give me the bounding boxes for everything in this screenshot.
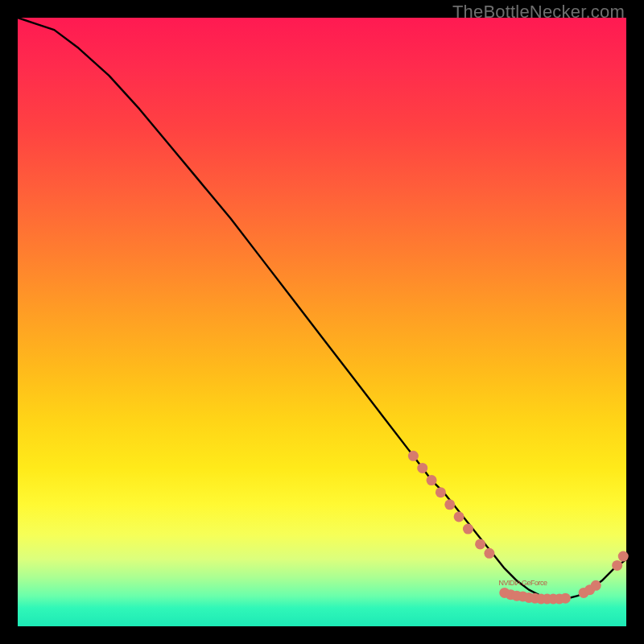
data-marker <box>475 539 485 549</box>
annotation-label: NVIDIA GeForce <box>498 579 547 587</box>
data-marker <box>436 487 446 497</box>
data-marker <box>560 593 571 604</box>
annotation-group: NVIDIA GeForce <box>498 579 547 587</box>
chart-overlay: NVIDIA GeForce <box>18 18 626 626</box>
data-marker <box>484 548 494 559</box>
data-marker <box>444 499 455 510</box>
curve-line <box>18 18 626 599</box>
data-marker <box>408 451 419 461</box>
data-marker <box>618 551 629 562</box>
data-marker <box>427 475 437 485</box>
data-marker <box>463 524 473 535</box>
data-marker <box>417 463 427 473</box>
data-marker <box>591 580 601 591</box>
data-marker <box>454 511 464 522</box>
data-marker <box>612 560 622 571</box>
chart-frame: TheBottleNecker.com NVIDIA GeForce <box>0 0 644 644</box>
